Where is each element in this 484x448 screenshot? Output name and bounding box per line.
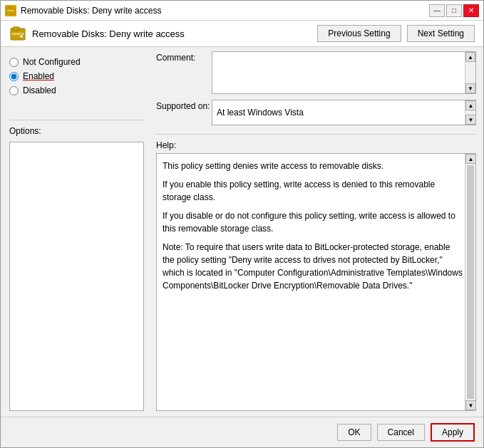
title-bar-left: Removable Disks: Deny write access <box>5 5 161 16</box>
help-para-2: If you enable this policy setting, write… <box>163 178 463 204</box>
options-divider <box>9 120 144 120</box>
help-section: Help: This policy setting denies write a… <box>156 140 476 411</box>
supported-scroll-down[interactable]: ▼ <box>465 115 476 125</box>
header-title: Removable Disks: Deny write access <box>32 28 185 39</box>
options-label: Options: <box>9 126 144 136</box>
dialog-body: Not Configured Enabled Disabled Options: <box>1 47 483 417</box>
main-divider <box>156 134 476 135</box>
cancel-button[interactable]: Cancel <box>377 424 425 441</box>
right-column: Comment: ▲ ▼ Supported on: At least Wind… <box>150 47 483 417</box>
comment-box[interactable]: ▲ ▼ <box>212 51 476 94</box>
help-text: This policy setting denies write access … <box>157 154 475 298</box>
radio-not-configured[interactable]: Not Configured <box>9 57 144 67</box>
window-icon <box>5 5 16 16</box>
header-disk-icon <box>9 25 26 42</box>
svg-rect-1 <box>8 6 11 9</box>
radio-disabled-input[interactable] <box>9 86 19 95</box>
help-para-4: Note: To require that users write data t… <box>163 241 463 292</box>
supported-label: Supported on: <box>156 100 206 111</box>
radio-enabled-input[interactable] <box>9 72 19 81</box>
supported-scrollbar: ▲ ▼ <box>465 100 475 125</box>
supported-section: Supported on: At least Windows Vista ▲ ▼ <box>156 100 476 125</box>
svg-rect-5 <box>11 33 24 35</box>
comment-scrollbar: ▲ ▼ <box>465 52 475 93</box>
apply-button[interactable]: Apply <box>431 423 475 442</box>
radio-disabled-label: Disabled <box>23 85 56 95</box>
help-scroll-down[interactable]: ▼ <box>465 400 476 410</box>
comment-section: Comment: ▲ ▼ <box>156 51 476 94</box>
comment-label: Comment: <box>156 51 206 63</box>
radio-group: Not Configured Enabled Disabled <box>9 57 144 95</box>
window-title: Removable Disks: Deny write access <box>21 6 161 16</box>
maximize-button[interactable]: □ <box>446 4 462 17</box>
ok-button[interactable]: OK <box>337 424 371 441</box>
previous-setting-button[interactable]: Previous Setting <box>317 25 401 42</box>
header-buttons: Previous Setting Next Setting <box>317 25 475 42</box>
radio-not-configured-input[interactable] <box>9 58 19 67</box>
radio-enabled-label: Enabled <box>23 71 54 81</box>
options-box <box>9 142 144 411</box>
help-box: This policy setting denies write access … <box>156 153 476 411</box>
svg-rect-4 <box>13 27 19 31</box>
help-scrollbar: ▲ ▼ <box>465 154 475 410</box>
help-scroll-thumb <box>467 165 474 399</box>
bottom-row: Help: This policy setting denies write a… <box>156 140 476 411</box>
help-label: Help: <box>156 140 476 150</box>
next-setting-button[interactable]: Next Setting <box>407 25 475 42</box>
svg-rect-2 <box>7 10 14 11</box>
supported-value: At least Windows Vista <box>217 108 304 118</box>
radio-enabled[interactable]: Enabled <box>9 71 144 81</box>
comment-scroll-thumb-area <box>465 62 475 83</box>
help-para-1: This policy setting denies write access … <box>163 160 463 172</box>
help-scroll-up[interactable]: ▲ <box>465 154 476 164</box>
help-para-3: If you disable or do not configure this … <box>163 209 463 235</box>
supported-scroll-up[interactable]: ▲ <box>465 100 476 110</box>
bottom-bar: OK Cancel Apply <box>1 417 483 447</box>
title-bar: Removable Disks: Deny write access — □ ✕ <box>1 1 483 21</box>
title-controls: — □ ✕ <box>429 4 479 17</box>
main-window: Removable Disks: Deny write access — □ ✕… <box>0 0 484 448</box>
svg-point-6 <box>20 35 24 38</box>
close-button[interactable]: ✕ <box>463 4 479 17</box>
minimize-button[interactable]: — <box>429 4 445 17</box>
left-column: Not Configured Enabled Disabled Options: <box>1 47 150 417</box>
comment-scroll-down[interactable]: ▼ <box>465 83 475 93</box>
header-left: Removable Disks: Deny write access <box>9 25 185 42</box>
header-section: Removable Disks: Deny write access Previ… <box>1 21 483 47</box>
supported-box: At least Windows Vista ▲ ▼ <box>212 100 476 125</box>
radio-not-configured-label: Not Configured <box>23 57 81 67</box>
radio-disabled[interactable]: Disabled <box>9 85 144 95</box>
comment-scroll-up[interactable]: ▲ <box>465 52 475 62</box>
